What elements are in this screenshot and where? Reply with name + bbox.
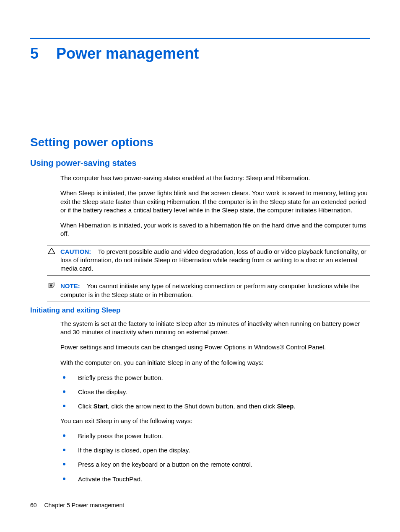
paragraph: The system is set at the factory to init… <box>60 320 370 337</box>
chapter-title: Power management <box>56 45 199 62</box>
note-body-text: You cannot initiate any type of networki… <box>60 282 359 298</box>
page-number: 60 <box>30 502 37 509</box>
list-item: Press a key on the keyboard or a button … <box>60 460 370 469</box>
list-item: Briefly press the power button. <box>60 374 370 382</box>
list-item: Close the display. <box>60 388 370 396</box>
body-block: The computer has two power-saving states… <box>60 174 370 238</box>
list-item-text: , click the arrow next to the Shut down … <box>108 403 277 410</box>
caution-label: CAUTION: <box>60 248 91 255</box>
paragraph: When Hibernation is initiated, your work… <box>60 221 370 238</box>
footer-label: Chapter 5 Power management <box>44 502 124 509</box>
chapter-number: 5 <box>30 45 39 62</box>
subsection-title: Using power-saving states <box>30 158 370 168</box>
list-item: Briefly press the power button. <box>60 432 370 440</box>
caution-text: CAUTION: To prevent possible audio and v… <box>60 248 370 273</box>
caution-body <box>93 248 98 255</box>
paragraph: Power settings and timeouts can be chang… <box>60 343 370 351</box>
paragraph: With the computer on, you can initiate S… <box>60 359 370 367</box>
note-icon <box>47 282 56 288</box>
caution-body-text: To prevent possible audio and video degr… <box>60 248 366 272</box>
list-item-bold: Sleep <box>277 403 294 410</box>
caution-admonition: CAUTION: To prevent possible audio and v… <box>47 245 370 276</box>
list-item-text: Click <box>78 403 94 410</box>
body-block: The system is set at the factory to init… <box>60 320 370 367</box>
list-item: Activate the TouchPad. <box>60 475 370 483</box>
bullet-list: Briefly press the power button. Close th… <box>60 374 370 411</box>
paragraph: The computer has two power-saving states… <box>60 174 370 182</box>
bullet-list: Briefly press the power button. If the d… <box>60 432 370 483</box>
note-admonition: NOTE: You cannot initiate any type of ne… <box>47 280 370 302</box>
body-block: You can exit Sleep in any of the followi… <box>60 417 370 425</box>
chapter-heading: 5 Power management <box>30 45 370 62</box>
note-label: NOTE: <box>60 282 80 289</box>
page-footer: 60 Chapter 5 Power management <box>30 502 124 509</box>
section-title: Setting power options <box>30 136 370 149</box>
paragraph: You can exit Sleep in any of the followi… <box>60 417 370 425</box>
paragraph: When Sleep is initiated, the power light… <box>60 189 370 214</box>
caution-icon <box>47 248 56 254</box>
note-text: NOTE: You cannot initiate any type of ne… <box>60 282 370 299</box>
list-item-bold: Start <box>94 403 108 410</box>
page: 5 Power management Setting power options… <box>0 0 400 532</box>
list-item: If the display is closed, open the displ… <box>60 446 370 455</box>
note-body <box>82 282 87 289</box>
list-item: Click Start, click the arrow next to the… <box>60 402 370 411</box>
subsubsection-title: Initiating and exiting Sleep <box>30 306 370 315</box>
list-item-text: . <box>294 403 295 410</box>
chapter-rule <box>30 38 370 39</box>
